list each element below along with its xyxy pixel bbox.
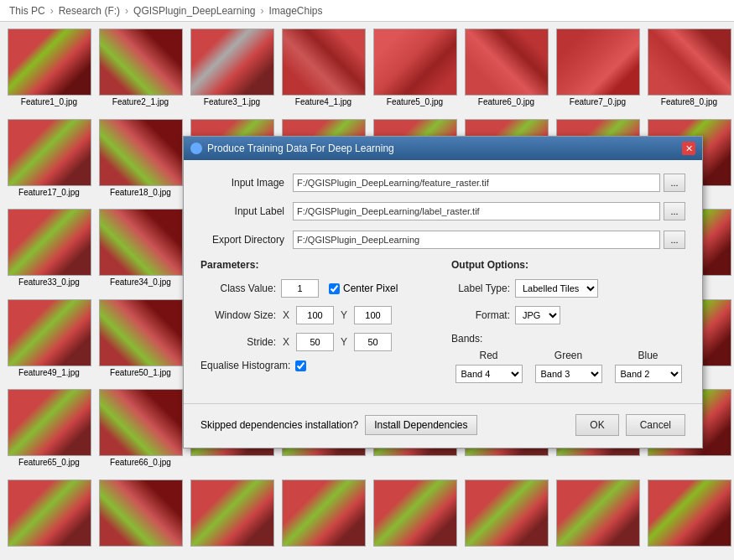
list-item[interactable]	[643, 476, 734, 557]
thumbnail-label: Feature6_0.jpg	[478, 97, 534, 106]
breadcrumb-part-3[interactable]: QGISPlugin_DeepLearning	[133, 5, 255, 17]
list-item[interactable]	[461, 476, 552, 557]
thumbnail-image	[8, 119, 91, 186]
format-label: Format:	[451, 309, 510, 321]
window-x-input[interactable]	[296, 306, 334, 324]
dialog-close-button[interactable]: ✕	[682, 142, 695, 155]
ok-button[interactable]: OK	[575, 414, 618, 436]
thumbnail-image	[99, 29, 183, 96]
list-item[interactable]: Feature7_0.jpg	[552, 25, 643, 116]
input-image-label: Input Image	[200, 177, 293, 189]
output-title: Output Options:	[451, 259, 685, 271]
format-row: Format: JPG PNG TIF	[451, 306, 685, 324]
thumbnail-image	[373, 480, 457, 547]
list-item[interactable]: Feature3_1.jpg	[186, 25, 278, 116]
class-value-label: Class Value:	[200, 283, 276, 294]
install-dependencies-button[interactable]: Install Dependencies	[365, 415, 476, 435]
center-pixel-label: Center Pixel	[343, 283, 398, 294]
dialog-footer: Skipped dependencies installation? Insta…	[184, 403, 702, 448]
export-dir-browse-button[interactable]: ...	[664, 231, 685, 249]
input-label-browse-button[interactable]: ...	[664, 202, 685, 220]
window-size-row: Window Size: X Y	[200, 306, 435, 324]
stride-y-input[interactable]	[354, 333, 392, 351]
blue-band-col: Blue Band 2 Band 1 Band 3 Band 4	[611, 350, 685, 383]
list-item[interactable]: Feature33_0.jpg	[3, 205, 95, 296]
thumbnail-image	[648, 480, 731, 547]
label-type-select[interactable]: Labelled Tiles Single Label Bounding Box	[515, 279, 598, 298]
thumbnail-image	[99, 389, 183, 456]
green-band-select[interactable]: Band 3 Band 1 Band 2 Band 4	[535, 365, 602, 383]
stride-label: Stride:	[200, 336, 276, 348]
list-item[interactable]	[3, 476, 95, 557]
list-item[interactable]: Feature6_0.jpg	[461, 25, 552, 116]
thumbnail-label: Feature34_0.jpg	[110, 277, 171, 287]
center-pixel-checkbox[interactable]	[329, 283, 340, 294]
window-x-label: X	[283, 309, 289, 321]
green-band-col: Green Band 3 Band 1 Band 2 Band 4	[531, 350, 606, 383]
thumbnail-label: Feature7_0.jpg	[570, 97, 626, 106]
bands-grid: Red Band 4 Band 1 Band 2 Band 3 Green	[451, 350, 685, 383]
breadcrumb-part-1[interactable]: This PC	[9, 5, 45, 17]
list-item[interactable]: Feature2_1.jpg	[95, 25, 186, 116]
eq-histogram-label: Equalise Histogram:	[200, 360, 290, 371]
thumbnail-image	[8, 299, 91, 366]
list-item[interactable]: Feature50_1.jpg	[95, 296, 186, 386]
cancel-button[interactable]: Cancel	[626, 414, 685, 436]
list-item[interactable]	[552, 476, 643, 557]
thumbnail-label: Feature1_0.jpg	[21, 97, 77, 106]
thumbnail-image	[190, 480, 274, 547]
list-item[interactable]	[369, 476, 461, 557]
input-image-field[interactable]	[293, 174, 660, 192]
params-title: Parameters:	[200, 259, 435, 271]
list-item[interactable]: Feature4_1.jpg	[278, 25, 369, 116]
input-label-field[interactable]	[293, 202, 660, 220]
list-item[interactable]	[278, 476, 369, 557]
footer-left: Skipped dependencies installation? Insta…	[200, 415, 477, 435]
thumbnail-label: Feature8_0.jpg	[661, 97, 717, 106]
thumbnail-label: Feature4_1.jpg	[295, 97, 351, 106]
export-dir-field[interactable]	[293, 231, 660, 249]
eq-histogram-checkbox[interactable]	[295, 360, 306, 371]
list-item[interactable]: Feature18_0.jpg	[95, 116, 186, 206]
blue-band-select[interactable]: Band 2 Band 1 Band 3 Band 4	[615, 365, 682, 383]
thumbnail-image	[556, 480, 640, 547]
blue-label: Blue	[611, 350, 685, 361]
stride-row: Stride: X Y	[200, 333, 435, 351]
thumbnail-label: Feature2_1.jpg	[112, 97, 169, 106]
parameters-section: Parameters: Class Value: Center Pixel Wi…	[200, 259, 435, 383]
window-y-input[interactable]	[354, 306, 392, 324]
list-item[interactable]: Feature66_0.jpg	[95, 386, 186, 476]
list-item[interactable]: Feature5_0.jpg	[369, 25, 461, 116]
list-item[interactable]: Feature17_0.jpg	[3, 116, 95, 206]
green-label: Green	[531, 350, 606, 361]
thumbnail-image	[99, 480, 183, 547]
dialog: Produce Training Data For Deep Learning …	[183, 136, 703, 449]
list-item[interactable]: Feature65_0.jpg	[3, 386, 95, 476]
breadcrumb-part-4[interactable]: ImageChips	[268, 5, 322, 17]
red-band-select[interactable]: Band 4 Band 1 Band 2 Band 3	[455, 365, 523, 383]
list-item[interactable]: Feature34_0.jpg	[95, 205, 186, 296]
label-type-row: Label Type: Labelled Tiles Single Label …	[451, 279, 685, 298]
window-y-label: Y	[341, 309, 347, 321]
thumbnail-label: Feature65_0.jpg	[18, 458, 80, 467]
red-label: Red	[451, 350, 526, 361]
thumbnail-image	[8, 389, 91, 456]
thumbnail-image	[556, 29, 640, 96]
input-label-label: Input Label	[200, 205, 293, 217]
list-item[interactable]: Feature8_0.jpg	[643, 25, 734, 116]
list-item[interactable]	[186, 476, 278, 557]
footer-right: OK Cancel	[575, 414, 685, 436]
format-select[interactable]: JPG PNG TIF	[515, 306, 560, 324]
thumbnail-image	[648, 29, 731, 96]
bands-section: Bands: Red Band 4 Band 1 Band 2 Band 3	[451, 333, 685, 383]
input-label-row: Input Label ...	[200, 202, 685, 220]
thumbnail-image	[99, 209, 183, 276]
stride-x-input[interactable]	[296, 333, 334, 351]
list-item[interactable]: Feature1_0.jpg	[3, 25, 95, 116]
thumbnail-image	[465, 480, 549, 547]
list-item[interactable]: Feature49_1.jpg	[3, 296, 95, 386]
class-value-input[interactable]	[281, 279, 319, 298]
list-item[interactable]	[95, 476, 186, 557]
input-image-browse-button[interactable]: ...	[664, 174, 685, 192]
breadcrumb-part-2[interactable]: Research (F:)	[59, 5, 120, 17]
